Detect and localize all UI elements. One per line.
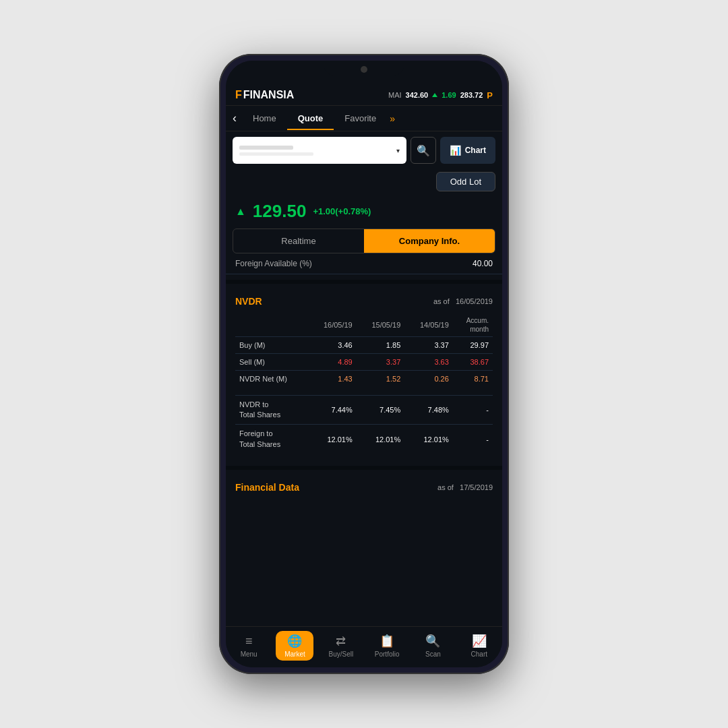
financial-section: Financial Data as of 17/5/2019 [226,475,502,497]
nav-more-icon[interactable]: » [390,113,395,124]
dropdown-arrow-icon: ▾ [396,147,400,154]
nvdr-ratio1-accum: - [453,395,493,425]
nvdr-buy-label: Buy (M) [235,337,308,354]
back-button[interactable]: ‹ [233,106,242,131]
nvdr-sell-d1: 4.89 [308,354,357,371]
nvdr-section: NVDR as of 16/05/2019 16/05/19 15/05/19 [226,289,502,460]
table-row: Foreign toTotal Shares 12.01% 12.01% 12.… [235,425,493,454]
market-icon: 🌐 [287,634,302,648]
nvdr-as-of-label: as of [433,297,450,305]
section-separator [226,280,502,284]
symbol-dropdown-content [239,146,313,156]
nav-market[interactable]: 🌐 Market [276,631,313,661]
nvdr-ratio1-d1: 7.44% [308,395,357,425]
profile-icon[interactable]: P [487,90,493,100]
nvdr-col-header-3: 14/05/19 [404,313,453,337]
nvdr-ratio2-d3: 12.01% [404,425,453,454]
table-row: NVDR Net (M) 1.43 1.52 0.26 8.71 [235,371,493,388]
nvdr-net-d3: 0.26 [404,371,453,388]
financial-date-value: 17/5/2019 [460,483,493,491]
nvdr-ratio2-d1: 12.01% [308,425,357,454]
price-change: +1.00(+0.78%) [313,206,371,216]
content-area: Foreign Available (%) 40.00 NVDR as of 1… [226,253,502,626]
app-header: FFINANSIA MAI 342.60 1.69 283.72 P [226,85,502,106]
financial-title: Financial Data [235,482,299,493]
realtime-label: Realtime [281,236,315,246]
logo-f: F [235,89,242,101]
financial-header: Financial Data as of 17/5/2019 [235,482,493,493]
mai-second-value: 283.72 [460,91,483,99]
nvdr-buy-d1: 3.46 [308,337,357,354]
nav-menu[interactable]: ≡ Menu [230,632,268,661]
market-info: MAI 342.60 1.69 283.72 P [388,90,493,100]
nvdr-buy-d2: 1.85 [357,337,405,354]
nav-buysell[interactable]: ⇄ Buy/Sell [322,631,360,661]
portfolio-label: Portfolio [375,650,400,658]
odd-lot-label: Odd Lot [450,177,481,187]
nvdr-title: NVDR [235,296,262,307]
bottom-nav: ≡ Menu 🌐 Market ⇄ Buy/Sell 📋 Portfolio 🔍… [226,626,502,667]
mai-change: 1.69 [442,91,456,99]
company-label: Company Info. [399,236,460,246]
search-row: ▾ 🔍 📊 Chart [226,131,502,169]
tab-realtime[interactable]: Realtime [233,229,364,253]
price-value: 129.50 [253,201,307,222]
mai-up-arrow [432,93,437,97]
table-row: NVDR toTotal Shares 7.44% 7.45% 7.48% - [235,395,493,425]
chart-btn-label: Chart [465,146,486,155]
foreign-available-row: Foreign Available (%) 40.00 [226,253,502,274]
nvdr-date: as of 16/05/2019 [433,297,493,305]
nvdr-ratio1-d2: 7.45% [357,395,405,425]
nvdr-sell-label: Sell (M) [235,354,308,371]
nvdr-ratio1-d3: 7.48% [404,395,453,425]
nvdr-ratio2-accum: - [453,425,493,454]
odd-lot-row: Odd Lot [226,169,502,197]
chart-button[interactable]: 📊 Chart [440,137,495,164]
app-logo: FFINANSIA [235,89,294,101]
chart-small-icon: 📊 [450,145,461,156]
chart-nav-label: Chart [471,650,487,658]
portfolio-icon: 📋 [380,634,394,648]
nvdr-table: 16/05/19 15/05/19 14/05/19 Accum.month B… [235,313,493,454]
odd-lot-button[interactable]: Odd Lot [436,172,495,191]
symbol-dropdown[interactable]: ▾ [233,137,406,164]
nvdr-net-accum: 8.71 [453,371,493,388]
financial-as-of-label: as of [437,483,454,491]
nvdr-sell-d2: 3.37 [357,354,405,371]
tab-home[interactable]: Home [242,107,287,130]
section-separator-2 [226,466,502,470]
status-bar [226,61,502,85]
nvdr-ratio2-d2: 12.01% [357,425,405,454]
tab-quote[interactable]: Quote [287,107,334,130]
nvdr-header: NVDR as of 16/05/2019 [235,296,493,307]
tab-quote-label: Quote [298,113,324,123]
table-divider [235,387,493,395]
nvdr-net-d2: 1.52 [357,371,405,388]
foreign-available-label: Foreign Available (%) [235,259,312,268]
scan-label: Scan [425,650,441,658]
mai-value: 342.60 [406,91,429,99]
info-tabs: Realtime Company Info. [233,229,495,253]
scan-icon: 🔍 [425,634,440,648]
nvdr-sell-d3: 3.63 [404,354,453,371]
nvdr-col-header-0 [235,313,308,337]
buysell-icon: ⇄ [336,634,346,648]
nav-chart[interactable]: 📈 Chart [460,631,498,661]
nvdr-buy-accum: 29.97 [453,337,493,354]
nvdr-net-label: NVDR Net (M) [235,371,308,388]
nvdr-date-value: 16/05/2019 [456,297,493,305]
nvdr-col-header-4: Accum.month [453,313,493,337]
nvdr-buy-d3: 3.37 [404,337,453,354]
tab-favorite[interactable]: Favorite [334,107,387,130]
price-arrow: ▲ [235,206,246,218]
price-row: ▲ 129.50 +1.00(+0.78%) [226,197,502,229]
nvdr-net-d1: 1.43 [308,371,357,388]
nvdr-sell-accum: 38.67 [453,354,493,371]
search-button[interactable]: 🔍 [411,137,436,164]
buysell-label: Buy/Sell [328,650,353,658]
nav-scan[interactable]: 🔍 Scan [414,631,452,661]
chart-nav-icon: 📈 [472,634,487,648]
tab-company[interactable]: Company Info. [364,229,495,253]
nav-portfolio[interactable]: 📋 Portfolio [368,631,406,661]
market-label: Market [284,650,305,658]
